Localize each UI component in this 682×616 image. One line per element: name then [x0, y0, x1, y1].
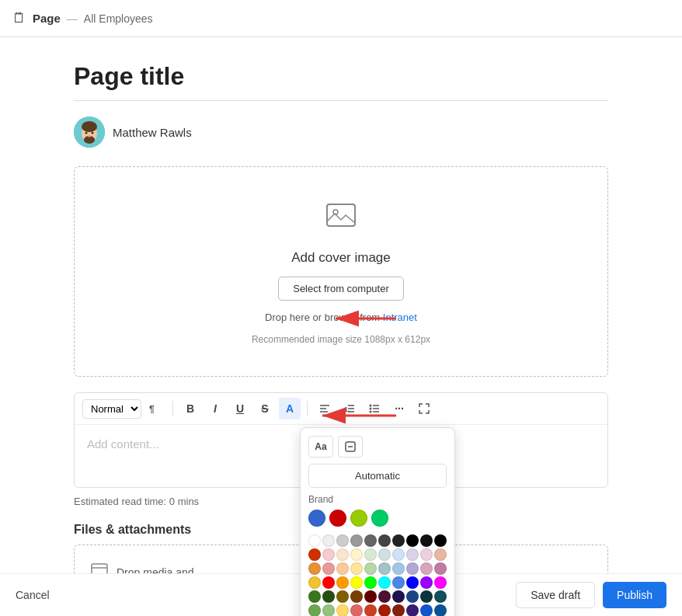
palette-color-48[interactable]: [420, 590, 433, 603]
palette-color-55[interactable]: [378, 604, 391, 616]
more-options-button[interactable]: ···: [388, 398, 410, 419]
text-color-tab[interactable]: Aa: [308, 436, 333, 458]
ordered-list-button[interactable]: 1.: [339, 398, 360, 419]
palette-color-20[interactable]: [308, 562, 321, 575]
palette-color-5[interactable]: [378, 534, 391, 547]
color-picker-popup: Aa Automatic Brand Custom +: [300, 427, 455, 616]
palette-color-51[interactable]: [322, 604, 335, 616]
paragraph-format-button[interactable]: ¶: [144, 398, 166, 419]
palette-color-59[interactable]: [434, 604, 447, 616]
strikethrough-button[interactable]: S: [254, 398, 276, 419]
align-left-button[interactable]: [314, 398, 336, 419]
palette-color-53[interactable]: [350, 604, 363, 616]
palette-color-54[interactable]: [364, 604, 377, 616]
palette-color-15[interactable]: [378, 548, 391, 561]
brand-color-green[interactable]: [371, 510, 388, 527]
palette-color-52[interactable]: [336, 604, 349, 616]
palette-color-2[interactable]: [336, 534, 349, 547]
palette-color-18[interactable]: [420, 548, 433, 561]
palette-color-24[interactable]: [364, 562, 377, 575]
palette-color-1[interactable]: [322, 534, 335, 547]
brand-color-blue[interactable]: [308, 510, 325, 527]
palette-color-37[interactable]: [406, 576, 419, 589]
cover-upload-icon: [324, 198, 358, 239]
app-title: Page: [33, 12, 61, 25]
brand-color-red[interactable]: [329, 510, 346, 527]
palette-color-31[interactable]: [322, 576, 335, 589]
palette-color-42[interactable]: [336, 590, 349, 603]
palette-color-30[interactable]: [308, 576, 321, 589]
palette-color-44[interactable]: [364, 590, 377, 603]
palette-color-49[interactable]: [434, 590, 447, 603]
palette-color-58[interactable]: [420, 604, 433, 616]
cover-upload-label: Add cover image: [291, 250, 391, 266]
underline-button[interactable]: U: [229, 398, 251, 419]
author-row: Matthew Rawls: [74, 117, 608, 148]
svg-point-4: [85, 132, 88, 134]
palette-color-43[interactable]: [350, 590, 363, 603]
palette-color-0[interactable]: [308, 534, 321, 547]
palette-color-57[interactable]: [406, 604, 419, 616]
palette-color-32[interactable]: [336, 576, 349, 589]
palette-color-28[interactable]: [420, 562, 433, 575]
palette-color-8[interactable]: [420, 534, 433, 547]
expand-button[interactable]: [413, 398, 435, 419]
palette-color-9[interactable]: [434, 534, 447, 547]
palette-color-25[interactable]: [378, 562, 391, 575]
editor-area: Normal ¶ B I U S A 1. ···: [74, 392, 608, 488]
palette-color-38[interactable]: [420, 576, 433, 589]
palette-color-27[interactable]: [406, 562, 419, 575]
palette-color-10[interactable]: [308, 548, 321, 561]
palette-color-21[interactable]: [322, 562, 335, 575]
palette-color-33[interactable]: [350, 576, 363, 589]
palette-color-14[interactable]: [364, 548, 377, 561]
palette-color-23[interactable]: [350, 562, 363, 575]
save-draft-button[interactable]: Save draft: [516, 582, 595, 608]
bullet-list-button[interactable]: [364, 398, 385, 419]
palette-color-41[interactable]: [322, 590, 335, 603]
palette-color-11[interactable]: [322, 548, 335, 561]
drop-text: Drop here or browse from Intranet: [265, 311, 417, 323]
palette-color-16[interactable]: [392, 548, 405, 561]
brand-color-yellow-green[interactable]: [350, 510, 367, 527]
palette-color-6[interactable]: [392, 534, 405, 547]
automatic-color-button[interactable]: Automatic: [308, 464, 447, 488]
palette-color-3[interactable]: [350, 534, 363, 547]
palette-color-12[interactable]: [336, 548, 349, 561]
title-separator: —: [67, 12, 78, 25]
publish-button[interactable]: Publish: [603, 582, 666, 608]
avatar: [74, 117, 105, 148]
select-from-computer-button[interactable]: Select from computer: [278, 277, 404, 301]
intranet-link[interactable]: Intranet: [383, 311, 417, 323]
palette-color-45[interactable]: [378, 590, 391, 603]
breadcrumb: All Employees: [84, 12, 153, 25]
main-content: Page title: [61, 37, 621, 616]
palette-color-47[interactable]: [406, 590, 419, 603]
palette-color-35[interactable]: [378, 576, 391, 589]
palette-color-4[interactable]: [364, 534, 377, 547]
palette-color-50[interactable]: [308, 604, 321, 616]
italic-button[interactable]: I: [204, 398, 226, 419]
palette-color-56[interactable]: [392, 604, 405, 616]
cancel-button[interactable]: Cancel: [16, 589, 50, 601]
palette-color-40[interactable]: [308, 590, 321, 603]
palette-color-7[interactable]: [406, 534, 419, 547]
palette-color-46[interactable]: [392, 590, 405, 603]
palette-color-26[interactable]: [392, 562, 405, 575]
bold-button[interactable]: B: [179, 398, 201, 419]
palette-color-19[interactable]: [434, 548, 447, 561]
palette-color-22[interactable]: [336, 562, 349, 575]
cover-upload-area: Add cover image Select from computer Dro…: [74, 166, 608, 377]
bg-color-tab[interactable]: [338, 436, 363, 458]
highlight-button[interactable]: A: [279, 398, 301, 419]
palette-color-29[interactable]: [434, 562, 447, 575]
palette-color-34[interactable]: [364, 576, 377, 589]
color-grid: [308, 534, 447, 616]
palette-color-36[interactable]: [392, 576, 405, 589]
bottom-right-actions: Save draft Publish: [516, 582, 666, 608]
page-title[interactable]: Page title: [74, 62, 608, 101]
format-select[interactable]: Normal: [82, 399, 141, 419]
palette-color-13[interactable]: [350, 548, 363, 561]
palette-color-39[interactable]: [434, 576, 447, 589]
palette-color-17[interactable]: [406, 548, 419, 561]
